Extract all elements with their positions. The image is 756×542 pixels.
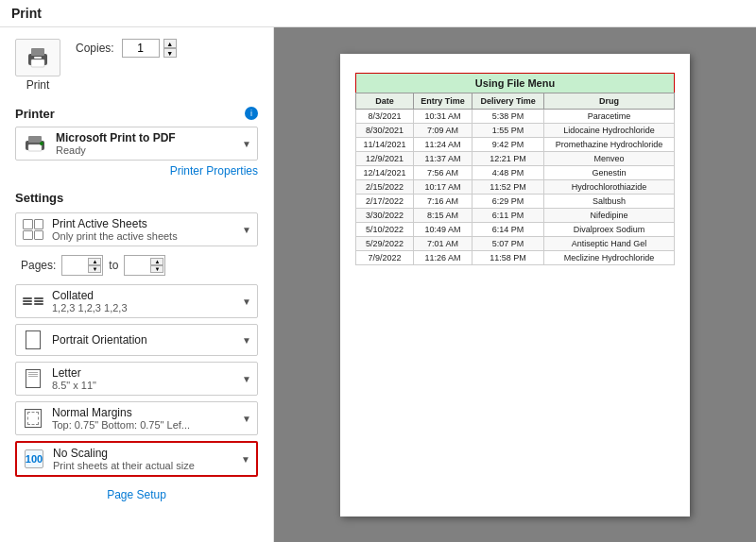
copies-spinner: ▲ ▼	[163, 39, 177, 58]
table-cell: 7:01 AM	[413, 236, 472, 250]
preview-table: Date Entry Time Delivery Time Drug 8/3/2…	[355, 93, 675, 265]
paper-main: Letter	[52, 366, 234, 380]
scaling-sub: Print sheets at their actual size	[53, 460, 233, 471]
table-cell: Antiseptic Hand Gel	[544, 236, 675, 250]
printer-properties-link[interactable]: Printer Properties	[15, 164, 258, 178]
print-sheets-sub: Only print the active sheets	[52, 230, 234, 242]
copies-label: Copies:	[76, 42, 114, 55]
table-cell: 8:15 AM	[413, 208, 472, 222]
printer-dropdown-arrow: ▼	[242, 139, 251, 149]
collated-setting[interactable]: Collated 1,2,3 1,2,3 1,2,3 ▼	[15, 284, 258, 318]
table-cell: Hydrochlorothiazide	[544, 179, 675, 194]
left-panel: Print Copies: ▲ ▼ Printer i	[0, 27, 274, 542]
printer-section: Printer i Microsoft Print to PDF Read	[15, 103, 258, 178]
collated-text: Collated 1,2,3 1,2,3 1,2,3	[52, 289, 234, 313]
paper-setting[interactable]: Letter 8.5" x 11" ▼	[15, 362, 258, 396]
table-header-row: Date Entry Time Delivery Time Drug	[356, 93, 675, 109]
scaling-icon: 100	[23, 448, 45, 470]
info-icon[interactable]: i	[245, 107, 258, 120]
pages-to-spinner: ▲ ▼	[150, 258, 163, 273]
pages-from-up[interactable]: ▲	[88, 258, 101, 265]
scaling-text: No Scaling Print sheets at their actual …	[53, 447, 233, 471]
table-row: 12/14/20217:56 AM4:48 PMGenestin	[356, 165, 675, 179]
table-cell: 5/10/2022	[356, 222, 414, 236]
table-cell: 12/14/2021	[356, 165, 414, 179]
copies-up-button[interactable]: ▲	[163, 39, 177, 48]
table-cell: 5/29/2022	[356, 236, 414, 250]
table-row: 5/10/202210:49 AM6:14 PMDivalproex Sodiu…	[356, 222, 675, 236]
margins-setting[interactable]: Normal Margins Top: 0.75" Bottom: 0.75" …	[15, 401, 258, 435]
table-cell: 6:11 PM	[472, 208, 544, 222]
svg-rect-2	[31, 59, 44, 67]
orientation-icon	[22, 329, 44, 351]
svg-rect-3	[34, 57, 42, 59]
print-sheets-arrow: ▼	[242, 225, 251, 235]
pages-to-up[interactable]: ▲	[150, 258, 163, 265]
margins-text: Normal Margins Top: 0.75" Bottom: 0.75" …	[52, 406, 234, 431]
table-row: 7/9/202211:26 AM11:58 PMMeclizine Hydroc…	[356, 250, 675, 264]
table-cell: 3/30/2022	[356, 208, 414, 222]
printer-dropdown[interactable]: Microsoft Print to PDF Ready ▼	[15, 127, 258, 161]
table-cell: Saltbush	[544, 194, 675, 208]
table-row: 2/15/202210:17 AM11:52 PMHydrochlorothia…	[356, 179, 675, 194]
table-cell: 12/9/2021	[356, 151, 414, 165]
table-cell: 5:38 PM	[472, 109, 544, 123]
paper-icon	[22, 367, 44, 390]
scaling-setting[interactable]: 100 No Scaling Print sheets at their act…	[15, 441, 258, 477]
table-cell: Menveo	[544, 151, 675, 165]
svg-rect-1	[31, 48, 44, 56]
table-cell: 10:17 AM	[413, 179, 472, 194]
table-cell: 10:49 AM	[413, 222, 472, 236]
table-cell: Promethazine Hydrochloride	[544, 137, 675, 151]
orientation-arrow: ▼	[242, 335, 251, 346]
svg-point-7	[40, 142, 43, 145]
printer-name: Microsoft Print to PDF	[56, 131, 234, 144]
paper-sub: 8.5" x 11"	[52, 380, 234, 391]
copies-input[interactable]	[122, 39, 160, 58]
table-row: 3/30/20228:15 AM6:11 PMNifedipine	[356, 208, 675, 222]
table-row: 5/29/20227:01 AM5:07 PMAntiseptic Hand G…	[356, 236, 675, 250]
collated-arrow: ▼	[242, 296, 251, 307]
table-cell: Meclizine Hydrochloride	[544, 250, 675, 264]
table-cell: Nifedipine	[544, 208, 675, 222]
table-cell: 2/15/2022	[356, 179, 414, 194]
page-setup-link[interactable]: Page Setup	[15, 488, 258, 501]
table-cell: 7:16 AM	[413, 194, 472, 208]
table-row: 11/14/202111:24 AM9:42 PMPromethazine Hy…	[356, 137, 675, 151]
right-panel: Using File Menu Date Entry Time Delivery…	[274, 27, 756, 542]
table-cell: 1:55 PM	[472, 123, 544, 137]
table-cell: 11:26 AM	[413, 250, 472, 264]
table-row: 12/9/202111:37 AM12:21 PMMenveo	[356, 151, 675, 165]
pages-from-down[interactable]: ▼	[88, 265, 101, 273]
print-sheets-setting[interactable]: Print Active Sheets Only print the activ…	[15, 212, 258, 246]
table-cell: 11/14/2021	[356, 137, 414, 151]
copies-row: Copies: ▲ ▼	[76, 39, 177, 58]
table-cell: 7:56 AM	[413, 165, 472, 179]
print-sheets-main: Print Active Sheets	[52, 217, 234, 230]
scaling-main: No Scaling	[53, 447, 233, 460]
main-container: Print Copies: ▲ ▼ Printer i	[0, 27, 756, 542]
collated-icon	[22, 290, 44, 313]
copies-down-button[interactable]: ▼	[163, 48, 177, 58]
collated-main: Collated	[52, 289, 234, 302]
table-cell: 6:29 PM	[472, 194, 544, 208]
orientation-setting[interactable]: Portrait Orientation ▼	[15, 324, 258, 356]
paper-arrow: ▼	[242, 374, 251, 384]
table-cell: 10:31 AM	[413, 109, 472, 123]
pages-to-down[interactable]: ▼	[150, 265, 163, 273]
table-cell: 7/9/2022	[356, 250, 414, 264]
table-cell: 11:52 PM	[472, 179, 544, 194]
margins-sub: Top: 0.75" Bottom: 0.75" Lef...	[52, 419, 234, 431]
title-text: Print	[11, 6, 42, 21]
scaling-arrow: ▼	[241, 454, 250, 465]
settings-section: Settings Print Active Sheets Only print …	[15, 187, 258, 477]
print-button[interactable]	[15, 39, 60, 76]
printer-info: Microsoft Print to PDF Ready	[56, 131, 234, 156]
print-label: Print	[26, 78, 50, 92]
col-date: Date	[356, 93, 414, 109]
printer-small-icon	[22, 132, 48, 155]
orientation-text: Portrait Orientation	[52, 333, 234, 347]
svg-rect-5	[28, 136, 42, 143]
table-cell: 9:42 PM	[472, 137, 544, 151]
printer-icon	[25, 44, 51, 71]
